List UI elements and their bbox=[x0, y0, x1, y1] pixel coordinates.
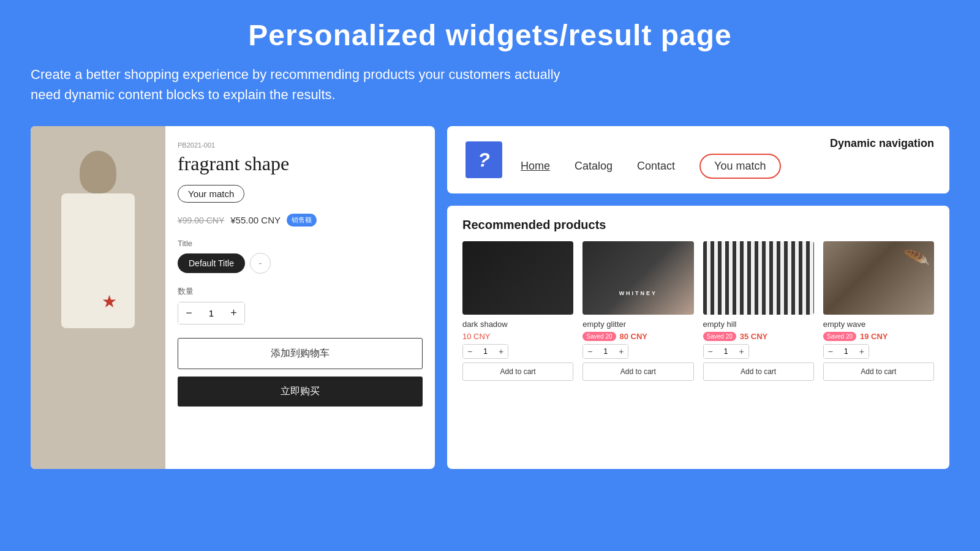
price-saved-empty-wave: Saved 20 19 CNY bbox=[823, 332, 934, 341]
card-qty-hill: − 1 + bbox=[703, 344, 749, 359]
card-qty-val-2: 1 bbox=[597, 347, 614, 356]
card-qty-minus-2[interactable]: − bbox=[583, 345, 597, 358]
logo-question-icon: ? bbox=[478, 149, 490, 171]
recommended-widget: Recommended products dark shadow 10 CNY … bbox=[447, 206, 949, 469]
products-grid: dark shadow 10 CNY − 1 + Add to cart WHI… bbox=[462, 241, 934, 381]
quantity-control: − 1 + bbox=[178, 302, 245, 324]
feather-icon: 🪶 bbox=[903, 245, 930, 271]
product-image-dark-shadow bbox=[462, 241, 573, 315]
price-glitter: 80 CNY bbox=[620, 332, 648, 341]
product-name-dark-shadow: dark shadow bbox=[462, 320, 573, 329]
card-qty-plus-2[interactable]: + bbox=[614, 345, 628, 358]
add-to-cart-1-button[interactable]: Add to cart bbox=[462, 362, 573, 381]
nav-catalog-link[interactable]: Catalog bbox=[575, 160, 612, 173]
saved-badge-wave: Saved 20 bbox=[823, 332, 856, 341]
nav-widget: Dynamic navigation ? Home Catalog Contac… bbox=[447, 126, 949, 193]
dynamic-nav-label: Dynamic navigation bbox=[830, 137, 934, 150]
product-card-empty-glitter: WHITNEY empty glitter Saved 20 80 CNY − … bbox=[582, 241, 693, 381]
card-qty-minus-4[interactable]: − bbox=[824, 345, 837, 358]
price-current: ¥55.00 CNY bbox=[230, 215, 281, 225]
product-name-empty-hill: empty hill bbox=[703, 320, 814, 329]
right-column: Dynamic navigation ? Home Catalog Contac… bbox=[447, 126, 949, 469]
product-name: fragrant shape bbox=[178, 152, 423, 175]
card-qty-dark-shadow: − 1 + bbox=[462, 344, 508, 359]
saved-badge-glitter: Saved 20 bbox=[582, 332, 616, 341]
page-container: Personalized widgets/result page Create … bbox=[0, 0, 980, 551]
product-image-empty-hill bbox=[703, 241, 814, 315]
card-qty-val-4: 1 bbox=[837, 347, 855, 356]
price-wave: 19 CNY bbox=[860, 332, 888, 341]
product-sku: PB2021-001 bbox=[178, 141, 423, 149]
add-to-cart-cn-button[interactable]: 添加到购物车 bbox=[178, 338, 423, 369]
add-to-cart-4-button[interactable]: Add to cart bbox=[823, 362, 934, 381]
card-qty-minus-3[interactable]: − bbox=[704, 345, 717, 358]
price-saved-empty-glitter: Saved 20 80 CNY bbox=[582, 332, 693, 341]
product-image-empty-wave: 🪶 bbox=[823, 241, 934, 315]
widgets-row: ★ PB2021-001 fragrant shape Your match ¥… bbox=[31, 126, 949, 469]
price-row: ¥99.00 CNY ¥55.00 CNY 销售额 bbox=[178, 214, 423, 227]
card-qty-val-1: 1 bbox=[477, 347, 494, 356]
add-to-cart-3-button[interactable]: Add to cart bbox=[703, 362, 814, 381]
product-card-empty-wave: 🪶 empty wave Saved 20 19 CNY − 1 + Add t bbox=[823, 241, 934, 381]
card-qty-minus-1[interactable]: − bbox=[463, 345, 477, 358]
buy-now-cn-button[interactable]: 立即购买 bbox=[178, 377, 423, 407]
nav-contact-link[interactable]: Contact bbox=[637, 160, 675, 173]
product-name-empty-wave: empty wave bbox=[823, 320, 934, 329]
card-qty-val-3: 1 bbox=[717, 347, 735, 356]
nav-links: Home Catalog Contact You match bbox=[521, 154, 931, 179]
product-image: ★ bbox=[31, 126, 165, 469]
nav-home-link[interactable]: Home bbox=[521, 160, 550, 173]
whitney-text: WHITNEY bbox=[619, 290, 658, 296]
price-original: ¥99.00 CNY bbox=[178, 216, 224, 225]
page-title: Personalized widgets/result page bbox=[31, 18, 949, 52]
title-circle-button[interactable]: - bbox=[250, 253, 271, 274]
quantity-label: 数量 bbox=[178, 286, 423, 297]
product-image-section: ★ bbox=[31, 126, 165, 469]
card-qty-wave: − 1 + bbox=[823, 344, 869, 359]
card-qty-plus-3[interactable]: + bbox=[735, 345, 748, 358]
quantity-minus-button[interactable]: − bbox=[178, 302, 200, 324]
quantity-value: 1 bbox=[200, 308, 223, 318]
product-image-empty-glitter: WHITNEY bbox=[582, 241, 693, 315]
title-options: Default Title - bbox=[178, 253, 423, 274]
card-qty-plus-1[interactable]: + bbox=[494, 345, 508, 358]
card-qty-glitter: − 1 + bbox=[582, 344, 628, 359]
sale-badge: 销售额 bbox=[287, 214, 317, 227]
nav-logo: ? bbox=[466, 141, 502, 178]
saved-badge-hill: Saved 20 bbox=[703, 332, 736, 341]
price-hill: 35 CNY bbox=[740, 332, 768, 341]
title-label: Title bbox=[178, 239, 423, 248]
default-title-button[interactable]: Default Title bbox=[178, 253, 245, 273]
quantity-plus-button[interactable]: + bbox=[223, 302, 244, 324]
product-widget: ★ PB2021-001 fragrant shape Your match ¥… bbox=[31, 126, 435, 469]
your-match-badge: Your match bbox=[178, 185, 244, 203]
product-card-dark-shadow: dark shadow 10 CNY − 1 + Add to cart bbox=[462, 241, 573, 381]
price-saved-empty-hill: Saved 20 35 CNY bbox=[703, 332, 814, 341]
product-card-empty-hill: empty hill Saved 20 35 CNY − 1 + Add to … bbox=[703, 241, 814, 381]
product-details: PB2021-001 fragrant shape Your match ¥99… bbox=[165, 126, 435, 469]
product-name-empty-glitter: empty glitter bbox=[582, 320, 693, 329]
product-price-dark-shadow: 10 CNY bbox=[462, 332, 573, 341]
card-qty-plus-4[interactable]: + bbox=[855, 345, 869, 358]
add-to-cart-2-button[interactable]: Add to cart bbox=[582, 362, 693, 381]
you-match-nav-item[interactable]: You match bbox=[699, 154, 780, 179]
page-subtitle: Create a better shopping experience by r… bbox=[31, 64, 582, 105]
recommended-title: Recommended products bbox=[462, 218, 934, 232]
